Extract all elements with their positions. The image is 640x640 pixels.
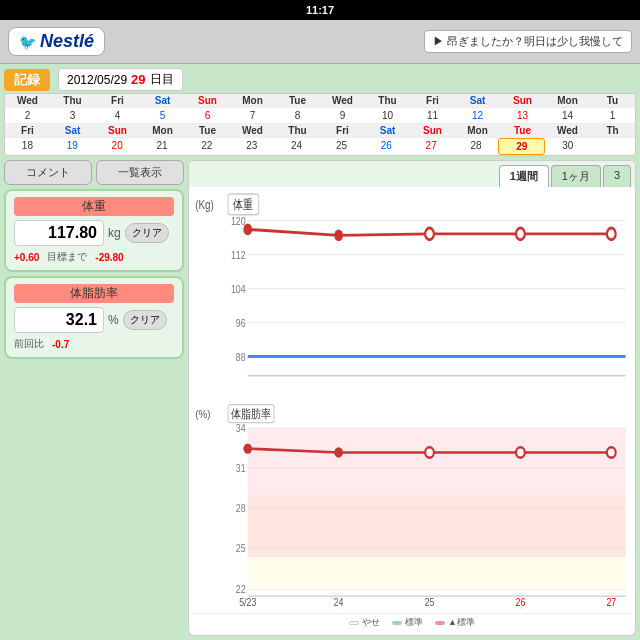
cal-d-12[interactable]: 12 [455, 108, 500, 123]
weight-clear-button[interactable]: クリア [125, 223, 169, 243]
cal-d-20[interactable]: 20 [95, 138, 140, 155]
cal-data-row-1: 2 3 4 5 6 7 8 9 10 11 12 13 14 1 [5, 108, 635, 124]
cal-h-mon1: Mon [230, 94, 275, 107]
chart-tab-week[interactable]: 1週間 [499, 165, 549, 187]
chart-tab-3[interactable]: 3 [603, 165, 631, 187]
left-panel: コメント 一覧表示 体重 kg クリア +0.60 目標まで -29.80 [4, 160, 184, 636]
legend-standard-label: 標準 [405, 616, 423, 629]
cal-d-5[interactable]: 5 [140, 108, 185, 123]
status-bar: 11:17 [0, 0, 640, 20]
bodyfat-input-row: % クリア [14, 307, 174, 333]
weight-input-row: kg クリア [14, 220, 174, 246]
cal-d-6[interactable]: 6 [185, 108, 230, 123]
cal-d-13[interactable]: 13 [500, 108, 545, 123]
cal-d-7[interactable]: 7 [230, 108, 275, 123]
chart-legend: やせ 標準 ▲標準 [193, 613, 631, 631]
cal-d-24[interactable]: 24 [274, 138, 319, 155]
weight-unit: kg [108, 226, 121, 240]
bottom-section: コメント 一覧表示 体重 kg クリア +0.60 目標まで -29.80 [4, 160, 636, 636]
cal-d-14[interactable]: 14 [545, 108, 590, 123]
cal-d-26[interactable]: 26 [364, 138, 409, 155]
svg-text:120: 120 [231, 215, 246, 228]
svg-text:88: 88 [236, 351, 246, 364]
cal-h2-sat2: Sat [365, 124, 410, 137]
cal-d-10[interactable]: 10 [365, 108, 410, 123]
cal-d-4[interactable]: 4 [95, 108, 140, 123]
weight-input[interactable] [14, 220, 104, 246]
calendar-grid: Wed Thu Fri Sat Sun Mon Tue Wed Thu Fri … [4, 93, 636, 156]
bodyfat-input[interactable] [14, 307, 104, 333]
svg-point-40 [607, 447, 616, 457]
cal-h2-mon: Mon [140, 124, 185, 137]
calendar-label: 記録 [4, 69, 50, 91]
cal-h2-fri: Fri [5, 124, 50, 137]
cal-d-11[interactable]: 11 [410, 108, 455, 123]
cal-d-1b[interactable]: 1 [590, 108, 635, 123]
cal-d-23[interactable]: 23 [229, 138, 274, 155]
cal-h2-wed: Wed [230, 124, 275, 137]
cal-d-2[interactable]: 2 [5, 108, 50, 123]
cal-d-25[interactable]: 25 [319, 138, 364, 155]
cal-h-tue1: Tue [275, 94, 320, 107]
weight-sub: +0.60 目標まで -29.80 [14, 250, 174, 264]
svg-text:25: 25 [236, 542, 246, 554]
cal-h-sat1: Sat [140, 94, 185, 107]
svg-point-17 [516, 228, 525, 240]
list-button[interactable]: 一覧表示 [96, 160, 184, 185]
legend-yase: やせ [349, 616, 380, 629]
calendar-date: 2012/05/29 [67, 73, 127, 87]
cal-h-fri1: Fri [95, 94, 140, 107]
bodyfat-diff-label: 前回比 [14, 337, 44, 351]
svg-point-14 [243, 224, 252, 236]
weight-diff: +0.60 [14, 252, 39, 263]
cal-d-29-today[interactable]: 29 [498, 138, 545, 155]
comment-button[interactable]: コメント [4, 160, 92, 185]
cal-h2-sun2: Sun [410, 124, 455, 137]
weight-target-label: 目標まで [47, 250, 87, 264]
cal-h-sat2: Sat [455, 94, 500, 107]
cal-d-9[interactable]: 9 [320, 108, 365, 123]
svg-text:96: 96 [236, 317, 246, 330]
svg-point-36 [243, 443, 252, 453]
svg-text:体脂肪率: 体脂肪率 [231, 407, 271, 420]
cal-d-8[interactable]: 8 [275, 108, 320, 123]
calendar-section: 記録 2012/05/29 29 日目 Wed Thu Fri Sat Sun … [4, 68, 636, 156]
cal-h2-mon2: Mon [455, 124, 500, 137]
svg-text:112: 112 [231, 249, 246, 262]
cal-d-3[interactable]: 3 [50, 108, 95, 123]
legend-standard-dot [392, 621, 402, 625]
calendar-day-num: 29 [131, 72, 145, 87]
svg-point-37 [334, 447, 343, 457]
calendar-date-info: 2012/05/29 29 日目 [58, 68, 183, 91]
cal-d-22[interactable]: 22 [184, 138, 229, 155]
cal-d-30[interactable]: 30 [545, 138, 590, 155]
svg-point-39 [516, 447, 525, 457]
cal-h-sun2: Sun [500, 94, 545, 107]
cal-d-19[interactable]: 19 [50, 138, 95, 155]
weight-target-diff: -29.80 [95, 252, 123, 263]
status-time: 11:17 [306, 4, 334, 16]
bodyfat-diff-value: -0.7 [52, 339, 69, 350]
cal-h2-wed2: Wed [545, 124, 590, 137]
cal-h2-tue: Tue [185, 124, 230, 137]
svg-text:体重: 体重 [233, 196, 253, 211]
svg-point-18 [607, 228, 616, 240]
cal-h2-thu: Thu [275, 124, 320, 137]
cal-d-empty [590, 138, 635, 155]
weight-title: 体重 [14, 197, 174, 216]
action-buttons: コメント 一覧表示 [4, 160, 184, 185]
cal-d-28[interactable]: 28 [454, 138, 499, 155]
calendar-day-label: 日目 [150, 71, 174, 88]
cal-d-21[interactable]: 21 [140, 138, 185, 155]
bodyfat-unit: % [108, 313, 119, 327]
svg-text:(%): (%) [195, 407, 210, 420]
chart-tab-month[interactable]: 1ヶ月 [551, 165, 601, 187]
cal-d-27[interactable]: 27 [409, 138, 454, 155]
cal-d-18[interactable]: 18 [5, 138, 50, 155]
svg-text:(日): (日) [604, 607, 619, 609]
svg-text:22: 22 [236, 584, 246, 596]
svg-text:(土): (土) [513, 607, 528, 609]
svg-text:28: 28 [236, 502, 246, 514]
weight-chart-svg: (Kg) 体重 120 112 104 96 [193, 191, 631, 398]
bodyfat-clear-button[interactable]: クリア [123, 310, 167, 330]
